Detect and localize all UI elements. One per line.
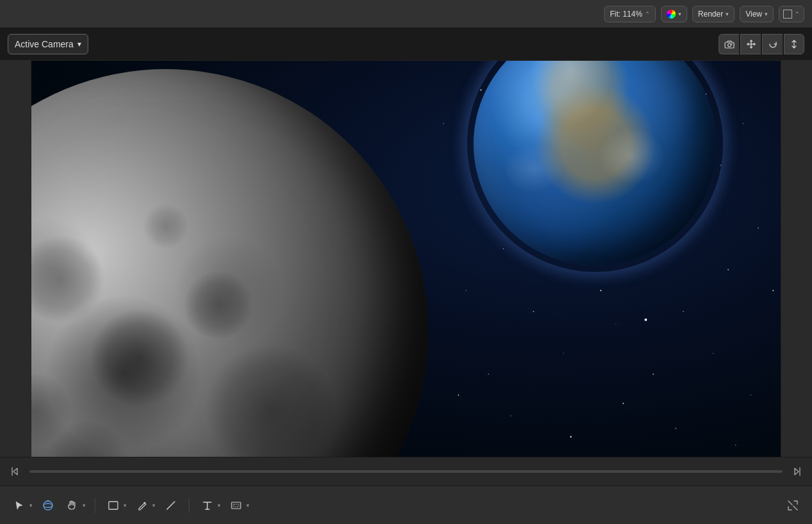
- side-bar-right: [781, 60, 812, 479]
- timeline-start-icon: [11, 466, 19, 477]
- svg-point-36: [488, 374, 490, 375]
- line-tool-btn[interactable]: [162, 496, 180, 514]
- pen-tool-btn[interactable]: [133, 496, 151, 514]
- svg-point-25: [751, 395, 751, 395]
- view-group: View ▾: [740, 6, 774, 22]
- settings-icon: [789, 39, 799, 49]
- view-chevron: ▾: [765, 11, 768, 17]
- camera-chevron: ▾: [77, 40, 81, 49]
- hand-tool-btn[interactable]: [63, 496, 81, 514]
- color-button[interactable]: ▾: [661, 6, 687, 22]
- color-chevron: ▾: [678, 11, 681, 17]
- settings-icon-btn[interactable]: [784, 34, 804, 54]
- svg-point-40: [44, 504, 52, 507]
- expand-icon: [787, 500, 799, 511]
- tool-separator-1: [95, 498, 95, 513]
- svg-rect-42: [109, 502, 118, 509]
- svg-point-23: [713, 353, 713, 353]
- svg-point-27: [675, 428, 676, 429]
- camera-label: Active Camera: [15, 39, 74, 49]
- text-icon: [203, 500, 212, 511]
- render-button[interactable]: Render ▾: [692, 6, 735, 22]
- viewport-container: Active Camera ▾: [0, 28, 812, 486]
- camera-icon-btn[interactable]: [719, 34, 739, 54]
- camera-bar: Active Camera ▾: [0, 28, 812, 60]
- hand-tool-chevron[interactable]: ▾: [83, 502, 86, 509]
- top-toolbar: Fit: 114% ⌃ ▾ Render ▾ View ▾ ⌃: [0, 0, 812, 28]
- svg-point-37: [458, 394, 459, 395]
- orbit-tool-btn[interactable]: [39, 496, 57, 514]
- side-bar-left: [0, 60, 31, 479]
- select-tool-chevron[interactable]: ▾: [29, 502, 33, 509]
- color-swatch: [667, 10, 676, 19]
- camera-dropdown[interactable]: Active Camera ▾: [8, 34, 88, 54]
- svg-point-43: [144, 502, 146, 504]
- svg-point-14: [758, 227, 759, 228]
- hand-tool-group: ▾: [63, 496, 86, 514]
- scene-canvas[interactable]: [31, 60, 781, 479]
- timeline-end-icon: [793, 466, 801, 477]
- shape-icon: [231, 502, 241, 509]
- svg-point-29: [735, 445, 736, 445]
- arrow-select-icon: [14, 500, 24, 511]
- tool-separator-2: [189, 498, 189, 513]
- earth-sphere: [474, 61, 717, 266]
- svg-point-19: [443, 123, 443, 123]
- fit-zoom-chevron: ⌃: [645, 11, 650, 17]
- svg-rect-44: [232, 502, 241, 509]
- move-icon-btn[interactable]: [740, 34, 761, 54]
- rect-icon: [108, 501, 118, 510]
- pen-tool-group: ▾: [133, 496, 155, 514]
- fit-zoom-button[interactable]: Fit: 114% ⌃: [604, 6, 656, 22]
- svg-rect-2: [731, 44, 733, 45]
- svg-point-38: [511, 415, 511, 416]
- svg-point-31: [616, 324, 616, 324]
- svg-point-35: [563, 353, 564, 354]
- orbit-icon: [42, 500, 54, 511]
- rect-tool-btn[interactable]: [104, 496, 122, 514]
- view-label: View: [745, 10, 762, 19]
- timeline-bar: [0, 457, 812, 486]
- render-label: Render: [698, 10, 723, 19]
- pen-tool-chevron[interactable]: ▾: [152, 502, 155, 509]
- rotate-icon-btn[interactable]: [762, 34, 783, 54]
- expand-btn[interactable]: [784, 496, 802, 514]
- select-tool-btn[interactable]: [10, 496, 28, 514]
- shape-tool-group: ▾: [227, 496, 250, 514]
- text-tool-chevron[interactable]: ▾: [218, 502, 221, 509]
- timeline-left-btn[interactable]: [5, 462, 24, 481]
- svg-point-22: [600, 290, 601, 291]
- color-group: ▾: [661, 6, 687, 22]
- bottom-toolbar: ▾ ▾ ▾: [0, 486, 812, 524]
- move-icon: [746, 39, 756, 49]
- layout-icon: [783, 10, 792, 19]
- svg-point-10: [720, 165, 721, 166]
- timeline-right-btn[interactable]: [788, 462, 807, 481]
- svg-point-41: [47, 500, 49, 502]
- svg-point-30: [644, 319, 647, 321]
- rect-tool-chevron[interactable]: ▾: [123, 502, 127, 509]
- line-icon: [166, 500, 176, 511]
- svg-point-26: [623, 402, 624, 404]
- camera-icon: [724, 40, 735, 49]
- shape-tool-chevron[interactable]: ▾: [246, 502, 250, 509]
- rect-tool-group: ▾: [104, 496, 127, 514]
- svg-point-6: [743, 123, 744, 123]
- pen-icon: [137, 500, 147, 511]
- text-tool-btn[interactable]: [198, 496, 216, 514]
- viewport-icons-group: [719, 34, 804, 54]
- layout-button[interactable]: ⌃: [779, 6, 804, 22]
- svg-point-20: [772, 290, 774, 291]
- svg-point-34: [533, 311, 534, 312]
- svg-point-24: [653, 374, 654, 375]
- timeline-track[interactable]: [29, 470, 783, 473]
- rotate-icon: [768, 39, 778, 49]
- view-button[interactable]: View ▾: [740, 6, 774, 22]
- svg-point-17: [728, 269, 729, 271]
- svg-point-21: [683, 311, 684, 312]
- svg-point-33: [465, 290, 466, 290]
- hand-icon: [67, 500, 77, 511]
- shape-tool-btn[interactable]: [227, 496, 245, 514]
- render-chevron: ▾: [726, 11, 729, 17]
- select-tool-group: ▾: [10, 496, 33, 514]
